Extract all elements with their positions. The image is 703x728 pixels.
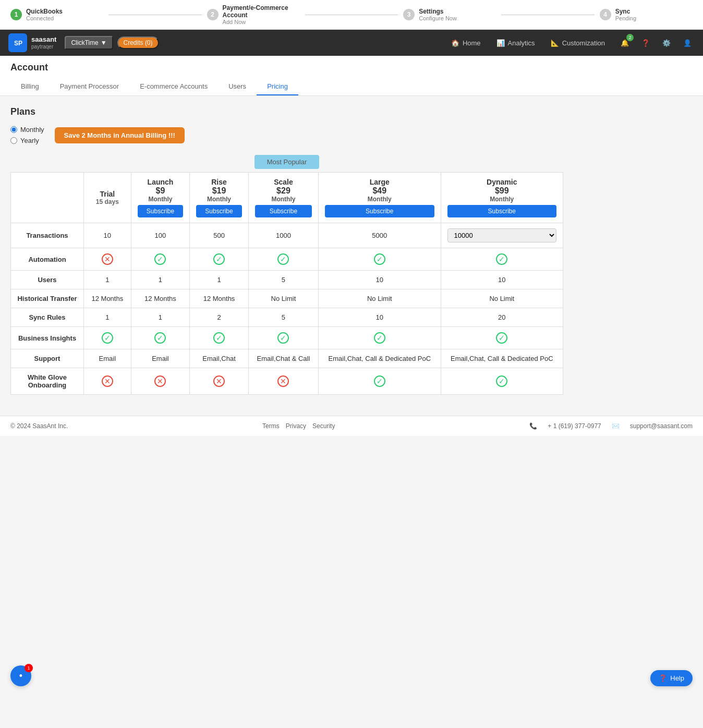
feature-value-cell: 1	[190, 271, 249, 289]
stepper-sub-1: Connected	[26, 15, 63, 21]
feature-value-cell: ✓	[131, 248, 190, 271]
check-icon: ✓	[277, 253, 289, 265]
transactions-select[interactable]: 10000200003000050000	[447, 228, 556, 242]
most-popular-badge: Most Popular	[254, 155, 320, 169]
stepper-main-2: Payment/e-Commerce Account	[223, 4, 300, 19]
most-popular-wrap: Most Popular	[10, 155, 563, 169]
settings-button[interactable]: ⚙️	[659, 35, 674, 50]
feature-value-cell: ✕	[84, 368, 131, 395]
annual-billing-button[interactable]: Save 2 Months in Annual Billing !!!	[55, 127, 185, 143]
plans-title: Plans	[10, 106, 563, 117]
feature-value-cell: 500	[190, 223, 249, 248]
table-row: White Glove Onboarding✕✕✕✕✓✓	[11, 368, 563, 395]
nav-customization-link[interactable]: 📐 Customization	[544, 36, 611, 50]
monthly-label: Monthly	[20, 126, 44, 134]
stepper-divider-1	[108, 15, 201, 15]
user-button[interactable]: 👤	[680, 35, 695, 50]
plan-period-launch: Monthly	[138, 196, 184, 203]
plan-period-dynamic: Monthly	[447, 196, 556, 203]
stepper-step-1[interactable]: 1 QuickBooks Connected	[10, 8, 103, 21]
tab-payment-processor[interactable]: Payment Processor	[50, 78, 129, 95]
yearly-radio[interactable]	[10, 137, 17, 144]
tab-ecommerce[interactable]: E-commerce Accounts	[129, 78, 218, 95]
gear-icon: ⚙️	[662, 39, 671, 47]
tab-billing[interactable]: Billing	[10, 78, 50, 95]
feature-value-cell: ✕	[190, 368, 249, 395]
nav-logo: SP saasant paytraqer	[8, 33, 56, 52]
logo-icon: SP	[8, 33, 27, 52]
cross-icon: ✕	[213, 375, 225, 387]
brand-name: saasant	[31, 35, 56, 44]
plan-name-dynamic: Dynamic	[447, 178, 556, 186]
monthly-option[interactable]: Monthly	[10, 126, 44, 134]
feature-header	[11, 173, 84, 223]
stepper-circle-2: 2	[207, 9, 219, 20]
tab-users[interactable]: Users	[218, 78, 257, 95]
question-icon: ❓	[641, 39, 650, 47]
feature-value-cell: ✓	[441, 327, 563, 349]
feature-value-cell: 10	[441, 271, 563, 289]
check-icon: ✓	[496, 375, 507, 387]
feature-value-cell: ✓	[319, 327, 441, 349]
clicktime-button[interactable]: ClickTime ▼	[65, 36, 113, 50]
yearly-label: Yearly	[20, 137, 39, 144]
copyright: © 2024 SaasAnt Inc.	[10, 422, 68, 430]
subscribe-scale-button[interactable]: Subscribe	[255, 205, 312, 217]
feature-value-cell: 12 Months	[131, 289, 190, 308]
privacy-link[interactable]: Privacy	[286, 422, 306, 430]
user-icon: 👤	[683, 39, 692, 47]
feature-label-cell: White Glove Onboarding	[11, 368, 84, 395]
feature-value-cell: No Limit	[441, 289, 563, 308]
nav-home-link[interactable]: 🏠 Home	[445, 36, 487, 50]
stepper-step-3[interactable]: 3 Settings Configure Now	[403, 8, 496, 21]
feature-label-cell: Automation	[11, 248, 84, 271]
logo-svg: SP	[12, 37, 23, 48]
feature-value-cell: 10	[319, 308, 441, 327]
col-launch: Launch $9 Monthly Subscribe	[131, 173, 190, 223]
table-row: Users11151010	[11, 271, 563, 289]
check-icon: ✓	[102, 332, 113, 344]
table-row: Business Insights✓✓✓✓✓✓	[11, 327, 563, 349]
nav-analytics-link[interactable]: 📊 Analytics	[490, 36, 541, 50]
feature-value-cell: Email,Chat & Call	[248, 349, 318, 368]
feature-value-cell: 20	[441, 308, 563, 327]
notification-button[interactable]: 🔔 2	[617, 35, 632, 50]
feature-value-cell: 12 Months	[190, 289, 249, 308]
yearly-option[interactable]: Yearly	[10, 137, 44, 144]
feature-value-cell: No Limit	[248, 289, 318, 308]
tabs: Billing Payment Processor E-commerce Acc…	[10, 78, 693, 95]
table-row: Historical Transfer12 Months12 Months12 …	[11, 289, 563, 308]
analytics-label: Analytics	[508, 39, 535, 47]
plan-price-rise: $19	[196, 186, 242, 196]
feature-value-cell: Email,Chat, Call & Dedicated PoC	[441, 349, 563, 368]
stepper-sub-3: Configure Now	[419, 15, 457, 21]
home-icon: 🏠	[451, 39, 459, 47]
feature-label-cell: Users	[11, 271, 84, 289]
monthly-radio[interactable]	[10, 126, 17, 133]
feature-value-cell: 1	[131, 271, 190, 289]
table-row: Transactions1010050010005000100002000030…	[11, 223, 563, 248]
help-button[interactable]: ❓	[638, 35, 653, 50]
check-icon: ✓	[496, 253, 507, 265]
table-row: SupportEmailEmailEmail,ChatEmail,Chat & …	[11, 349, 563, 368]
stepper-step-2[interactable]: 2 Payment/e-Commerce Account Add Now	[207, 4, 300, 25]
col-rise: Rise $19 Monthly Subscribe	[190, 173, 249, 223]
customization-label: Customization	[562, 39, 605, 47]
subscribe-large-button[interactable]: Subscribe	[325, 205, 434, 217]
feature-value-cell: ✓	[190, 248, 249, 271]
subscribe-rise-button[interactable]: Subscribe	[196, 205, 242, 217]
plan-period-scale: Monthly	[255, 196, 312, 203]
terms-link[interactable]: Terms	[262, 422, 280, 430]
stepper-step-4[interactable]: 4 Sync Pending	[600, 8, 693, 21]
stepper-circle-4: 4	[600, 9, 611, 20]
subscribe-launch-button[interactable]: Subscribe	[138, 205, 184, 217]
billing-options: Monthly Yearly	[10, 126, 44, 144]
credits-button[interactable]: Credits (0)	[117, 37, 159, 49]
stepper-sub-2: Add Now	[223, 19, 300, 25]
col-scale: Scale $29 Monthly Subscribe	[248, 173, 318, 223]
svg-text:SP: SP	[14, 40, 22, 47]
security-link[interactable]: Security	[312, 422, 335, 430]
tab-pricing[interactable]: Pricing	[257, 78, 298, 95]
feature-value-cell: Email,Chat, Call & Dedicated PoC	[319, 349, 441, 368]
subscribe-dynamic-button[interactable]: Subscribe	[447, 205, 556, 217]
